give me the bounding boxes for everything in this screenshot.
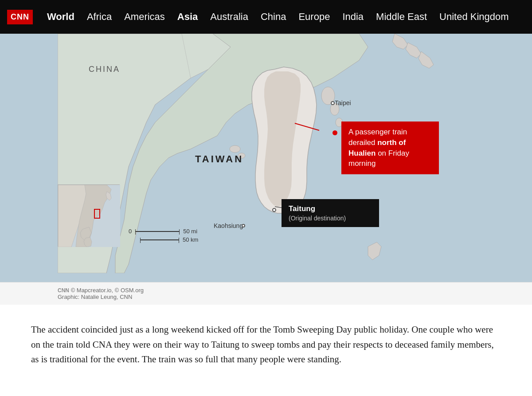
attribution-bar: CNN © Mapcreator.io, © OSM.org Graphic: … [0, 282, 532, 305]
taipei-dot [331, 101, 335, 105]
inset-map [58, 184, 120, 247]
attribution-text: © Mapcreator.io, © OSM.org [71, 287, 144, 294]
map-section: CHINA TAIWAN Taipei Kaohsiung A passenge… [0, 34, 532, 305]
nav-item-asia[interactable]: Asia [171, 11, 204, 23]
kaohsiung-label: Kaohsiung [214, 222, 243, 229]
cnn-logo[interactable]: CNN [7, 10, 33, 24]
nav-item-middle-east[interactable]: Middle East [370, 11, 433, 23]
svg-point-4 [230, 145, 240, 153]
map-container: CHINA TAIWAN Taipei Kaohsiung A passenge… [0, 34, 532, 282]
taitung-dot [272, 208, 276, 212]
callout-taitung: Taitung (Original destination) [282, 199, 379, 227]
taitung-sub-label: (Original destination) [289, 214, 372, 223]
nav-item-india[interactable]: India [336, 11, 370, 23]
incident-dot [332, 130, 337, 135]
scale-50km: 50 km [183, 236, 198, 243]
nav-item-china[interactable]: China [254, 11, 292, 23]
nav-item-americas[interactable]: Americas [118, 11, 171, 23]
scale-50mi: 50 mi [183, 228, 197, 235]
article-body: The accident coincided just as a long we… [0, 305, 532, 385]
nav-item-australia[interactable]: Australia [204, 11, 254, 23]
taipei-label: Taipei [335, 99, 351, 106]
attribution-logo: CNN [58, 287, 69, 294]
taitung-label-callout: Taitung [289, 204, 372, 214]
kaohsiung-dot [242, 224, 245, 227]
china-label: CHINA [89, 65, 120, 74]
nav-item-europe[interactable]: Europe [292, 11, 336, 23]
nav-item-world[interactable]: World [41, 11, 81, 23]
nav-item-united-kingdom[interactable]: United Kingdom [433, 11, 515, 23]
taiwan-label: TAIWAN [195, 153, 243, 165]
callout-incident: A passenger train derailed north of Hual… [341, 122, 439, 174]
navbar: CNN World Africa Americas Asia Australia… [0, 0, 532, 34]
scale-zero: 0 [129, 228, 132, 235]
nav-item-africa[interactable]: Africa [81, 11, 118, 23]
scale-bar: 0 50 mi 50 km [129, 228, 198, 243]
attribution-graphic: Graphic: Natalie Leung, CNN [58, 294, 132, 300]
article-paragraph: The accident coincided just as a long we… [31, 322, 501, 367]
